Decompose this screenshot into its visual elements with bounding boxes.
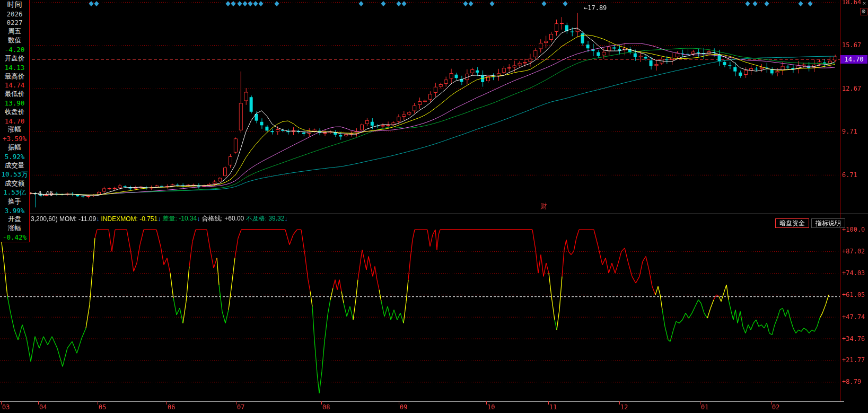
- tooltip-row: 成交量: [0, 161, 29, 170]
- price-axis-label: 6.71: [842, 171, 857, 179]
- month-axis-label: 04: [39, 403, 47, 411]
- close-icon[interactable]: ×: [861, 1, 867, 7]
- max-price-annotation: ←17.89: [584, 4, 607, 12]
- tooltip-row: 3.99%: [0, 206, 29, 215]
- indicator-header-segment: 差量: -10.34: [161, 214, 197, 223]
- month-axis-label: 02: [772, 403, 779, 411]
- indicator-header-segment: 3,200,60): [31, 215, 59, 223]
- month-axis-label: 12: [620, 403, 628, 411]
- tooltip-row: 14.74: [0, 81, 29, 90]
- indicator-axis-label: +61.05: [842, 291, 865, 298]
- month-axis-label: 10: [487, 403, 495, 411]
- month-axis-label: 09: [400, 403, 407, 411]
- tooltip-row: 时间: [0, 0, 29, 10]
- indicator-axis-label: +21.77: [842, 356, 865, 364]
- tooltip-row: 14.13: [0, 63, 29, 72]
- gear-icon[interactable]: ⚙: [860, 8, 867, 15]
- tooltip-row: 开盘价: [0, 54, 29, 63]
- chart-canvas[interactable]: [0, 0, 868, 413]
- trading-app-window: 时间20260227周五数值-4.20开盘价14.13最高价14.74最低价13…: [0, 0, 868, 413]
- tooltip-row: 涨幅: [0, 125, 29, 134]
- tooltip-row: 1.53亿: [0, 188, 29, 197]
- tooltip-row: 14.70: [0, 117, 29, 126]
- tooltip-row: 收盘价: [0, 108, 29, 117]
- indicator-header-segment: 合格线: +60.00: [200, 214, 246, 223]
- tooltip-row: 最高价: [0, 72, 29, 81]
- price-axis-label: 15.67: [842, 41, 861, 49]
- tooltip-row: 振幅: [0, 143, 29, 152]
- month-axis-label: 06: [168, 403, 175, 411]
- cai-event-marker: 财: [540, 201, 547, 211]
- tooltip-row: 最低价: [0, 90, 29, 99]
- month-axis-label: 08: [322, 403, 330, 411]
- indicator-axis-label: +47.74: [842, 313, 865, 321]
- indicator-header-segment: 不及格: 39.32: [246, 214, 285, 223]
- price-axis-label: 9.71: [842, 128, 857, 135]
- tooltip-row: 换手: [0, 197, 29, 206]
- quote-tooltip: 时间20260227周五数值-4.20开盘价14.13最高价14.74最低价13…: [0, 0, 30, 242]
- tooltip-row: 成交额: [0, 179, 29, 188]
- month-axis-label: 03: [2, 403, 10, 411]
- month-axis-label: 05: [99, 403, 106, 411]
- tooltip-row: 2026: [0, 10, 29, 19]
- price-axis-label: 18.64: [842, 0, 861, 6]
- indicator-header-segment: ↓: [284, 215, 287, 223]
- tooltip-row: 5.92%: [0, 152, 29, 161]
- indicator-header-segment: INDEXMOM: -0.751: [99, 215, 157, 223]
- month-axis-label: 01: [701, 403, 708, 411]
- tooltip-row: 13.90: [0, 99, 29, 108]
- current-price-badge: 14.70: [840, 55, 867, 64]
- indicator-help-button[interactable]: 指标说明: [811, 218, 845, 228]
- min-price-annotation: ←4.46: [34, 190, 53, 197]
- tooltip-row: 开盘: [0, 215, 29, 224]
- month-axis-label: 07: [237, 403, 244, 411]
- dark-pool-funds-button[interactable]: 暗盘资金: [775, 218, 809, 228]
- price-axis-label: 12.67: [842, 85, 861, 92]
- indicator-axis-label: +34.76: [842, 335, 865, 342]
- panel-buttons: 暗盘资金 指标说明: [773, 218, 845, 228]
- month-axis-label: 11: [549, 403, 557, 411]
- tooltip-row: 0227: [0, 19, 29, 28]
- indicator-axis-label: +87.02: [842, 248, 865, 255]
- indicator-axis-label: +100.0: [842, 226, 865, 233]
- tooltip-row: 10.53万: [0, 170, 29, 179]
- indicator-header-segment: MOM: -11.09: [59, 215, 96, 223]
- tooltip-row: -0.42%: [0, 233, 29, 242]
- tooltip-row: 涨幅: [0, 224, 29, 233]
- tooltip-row: -4.20: [0, 45, 29, 54]
- indicator-header: 3,200,60) MOM: -11.09↓ INDEXMOM: -0.751↓…: [31, 214, 287, 223]
- tooltip-row: 数值: [0, 36, 29, 45]
- indicator-axis-label: +74.03: [842, 269, 865, 277]
- tooltip-row: 周五: [0, 27, 29, 36]
- indicator-axis-label: +8.79: [842, 378, 861, 385]
- tooltip-row: +3.59%: [0, 134, 29, 143]
